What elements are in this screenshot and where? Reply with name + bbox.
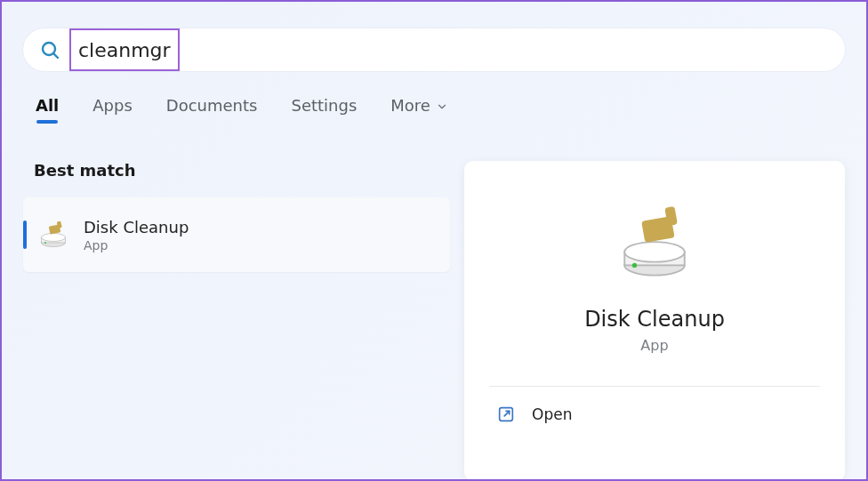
disk-cleanup-icon (37, 219, 69, 251)
detail-subtitle: App (640, 337, 668, 354)
result-title: Disk Cleanup (84, 218, 189, 236)
svg-point-11 (632, 263, 637, 268)
tab-more[interactable]: More (390, 96, 448, 124)
tab-settings[interactable]: Settings (291, 96, 357, 124)
svg-point-10 (624, 242, 685, 262)
svg-point-4 (42, 234, 66, 242)
detail-title: Disk Cleanup (584, 307, 725, 332)
selection-accent (23, 220, 27, 249)
results-column: Best match Disk Cleanup App (23, 161, 450, 272)
search-icon (39, 39, 60, 60)
svg-line-1 (53, 53, 58, 58)
tab-label: More (390, 96, 430, 115)
tab-label: Apps (92, 96, 133, 115)
open-action[interactable]: Open (489, 387, 820, 424)
search-bar[interactable]: cleanmgr (23, 28, 845, 71)
disk-cleanup-icon (615, 204, 695, 284)
open-label: Open (532, 405, 572, 423)
result-disk-cleanup[interactable]: Disk Cleanup App (23, 197, 450, 272)
tab-apps[interactable]: Apps (92, 96, 133, 124)
tab-documents[interactable]: Documents (166, 96, 258, 124)
tab-label: Documents (166, 96, 258, 115)
tab-underline (36, 120, 58, 124)
detail-panel: Disk Cleanup App Open (464, 161, 845, 481)
filter-tabs: All Apps Documents Settings More (36, 96, 845, 124)
result-subtitle: App (84, 238, 189, 253)
tab-label: All (36, 96, 59, 115)
tab-all[interactable]: All (36, 96, 59, 124)
best-match-heading: Best match (34, 161, 450, 180)
tab-label: Settings (291, 96, 357, 115)
svg-point-5 (44, 242, 46, 244)
open-external-icon (496, 405, 516, 424)
search-input[interactable]: cleanmgr (69, 28, 180, 71)
chevron-down-icon (436, 100, 448, 113)
